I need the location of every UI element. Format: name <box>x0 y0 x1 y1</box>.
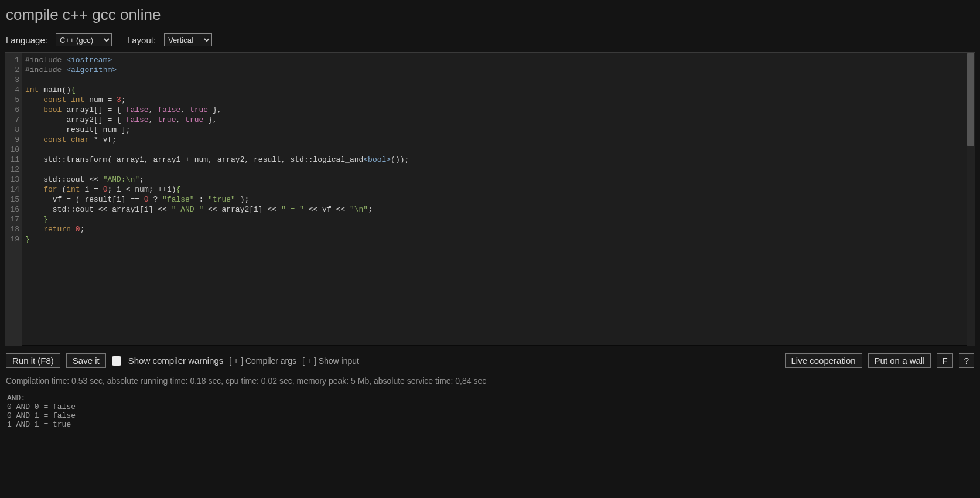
toolbar: Run it (F8) Save it Show compiler warnin… <box>0 346 980 371</box>
live-cooperation-button[interactable]: Live cooperation <box>785 353 862 368</box>
editor-scrollbar-thumb[interactable] <box>967 53 974 146</box>
page-title: compile c++ gcc online <box>0 0 980 28</box>
editor-gutter: 12345678910111213141516171819 <box>5 53 22 346</box>
language-label: Language: <box>6 35 47 45</box>
fullscreen-button[interactable]: F <box>937 353 952 368</box>
show-input-toggle[interactable]: [ + ] Show input <box>302 356 359 366</box>
code-editor[interactable]: 12345678910111213141516171819 #include <… <box>5 52 975 346</box>
help-button[interactable]: ? <box>959 353 974 368</box>
editor-scrollbar[interactable] <box>967 53 975 346</box>
editor-code[interactable]: #include <iostream>#include <algorithm>i… <box>22 53 975 346</box>
layout-label: Layout: <box>127 35 156 45</box>
compiler-args-toggle[interactable]: [ + ] Compiler args <box>229 356 296 366</box>
put-on-wall-button[interactable]: Put on a wall <box>868 353 931 368</box>
layout-select[interactable]: Vertical <box>164 33 212 46</box>
controls-row: Language: C++ (gcc) Layout: Vertical <box>0 28 980 52</box>
language-select[interactable]: C++ (gcc) <box>56 33 112 46</box>
program-output: AND: 0 AND 0 = false 0 AND 1 = false 1 A… <box>0 386 980 435</box>
stats-line: Compilation time: 0.53 sec, absolute run… <box>0 371 980 386</box>
show-warnings-checkbox[interactable] <box>112 356 121 366</box>
run-button[interactable]: Run it (F8) <box>6 353 60 368</box>
show-warnings-label: Show compiler warnings <box>128 356 224 366</box>
save-button[interactable]: Save it <box>66 353 106 368</box>
